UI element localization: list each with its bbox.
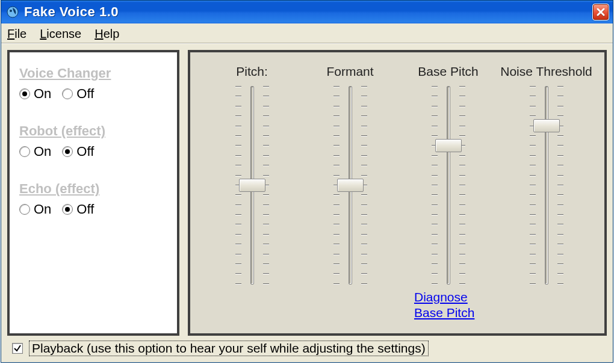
echo-group: Echo (effect) On Off xyxy=(19,181,167,217)
echo-title: Echo (effect) xyxy=(19,181,167,197)
formant-column: Formant xyxy=(304,64,396,327)
menu-help[interactable]: Help xyxy=(95,27,119,43)
voice-changer-group: Voice Changer On Off xyxy=(19,66,167,102)
menu-file[interactable]: File xyxy=(7,27,26,43)
basepitch-label: Base Pitch xyxy=(418,64,478,79)
svg-point-0 xyxy=(7,7,18,17)
voice-changer-title: Voice Changer xyxy=(19,66,167,81)
titlebar: Fake Voice 1.0 xyxy=(1,1,613,23)
app-icon xyxy=(6,5,19,19)
menu-license[interactable]: License xyxy=(40,27,81,43)
robot-on-radio[interactable]: On xyxy=(19,144,51,159)
noise-slider[interactable] xyxy=(500,86,592,285)
effects-panel: Voice Changer On Off Robot (effect) xyxy=(7,50,179,336)
panels: Voice Changer On Off Robot (effect) xyxy=(7,50,607,336)
noise-label: Noise Threshold xyxy=(500,64,592,79)
basepitch-slider[interactable] xyxy=(402,86,494,285)
robot-title: Robot (effect) xyxy=(19,123,167,139)
noise-thumb[interactable] xyxy=(533,119,560,132)
pitch-column: Pitch: xyxy=(206,64,298,327)
playback-label: Playback (use this option to hear your s… xyxy=(29,341,429,356)
sliders-panel: Pitch: Formant xyxy=(188,50,607,336)
echo-off-label: Off xyxy=(76,202,94,217)
formant-label: Formant xyxy=(326,64,373,79)
pitch-thumb[interactable] xyxy=(239,179,265,192)
pitch-slider[interactable] xyxy=(206,86,298,285)
echo-on-label: On xyxy=(34,202,51,217)
robot-off-label: Off xyxy=(76,144,94,159)
close-button[interactable] xyxy=(592,4,609,20)
pitch-label: Pitch: xyxy=(236,64,268,79)
app-window: Fake Voice 1.0 File License Help Voice C… xyxy=(1,0,613,363)
robot-on-label: On xyxy=(34,144,51,159)
formant-thumb[interactable] xyxy=(337,179,364,192)
playback-checkbox[interactable] xyxy=(12,343,23,354)
svg-point-1 xyxy=(10,10,12,12)
noise-column: Noise Threshold xyxy=(500,64,592,327)
voice-changer-off-label: Off xyxy=(76,86,94,102)
basepitch-thumb[interactable] xyxy=(435,139,462,152)
diagnose-basepitch-link[interactable]: DiagnoseBase Pitch xyxy=(414,289,474,321)
menubar: File License Help xyxy=(1,23,613,44)
formant-slider[interactable] xyxy=(304,86,396,285)
voice-changer-off-radio[interactable]: Off xyxy=(62,86,94,102)
robot-off-radio[interactable]: Off xyxy=(62,144,94,159)
client-area: Voice Changer On Off Robot (effect) xyxy=(1,44,613,362)
footer: Playback (use this option to hear your s… xyxy=(7,336,607,359)
echo-off-radio[interactable]: Off xyxy=(62,202,94,217)
echo-on-radio[interactable]: On xyxy=(19,202,51,217)
robot-group: Robot (effect) On Off xyxy=(19,123,167,159)
basepitch-column: Base Pitch DiagnoseBase Pitch xyxy=(402,64,494,327)
voice-changer-on-radio[interactable]: On xyxy=(19,86,51,102)
window-title: Fake Voice 1.0 xyxy=(24,4,592,20)
voice-changer-on-label: On xyxy=(34,86,51,102)
